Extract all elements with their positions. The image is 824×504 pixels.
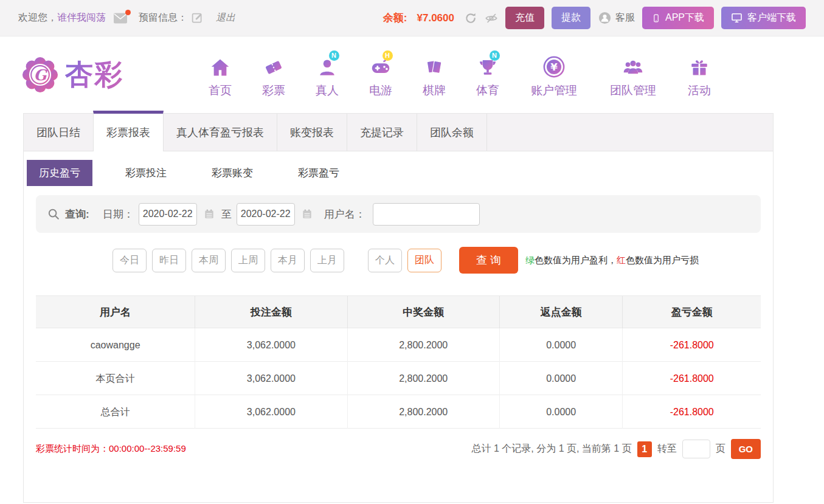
subtab-lottery-profit[interactable]: 彩票盈亏 [286, 160, 351, 186]
search-panel: 查询: 日期： 至 用户名： [36, 195, 761, 233]
page-1-button[interactable]: 1 [637, 441, 652, 457]
stats-time-note: 彩票统计时间为：00:00:00--23:59:59 [36, 443, 186, 455]
gift-icon [688, 57, 710, 78]
cell-win: 2,800.2000 [348, 328, 500, 362]
date-to-input[interactable] [237, 203, 295, 226]
go-button[interactable]: GO [731, 439, 761, 459]
nav-label: 账户管理 [514, 83, 594, 98]
table-footer: 彩票统计时间为：00:00:00--23:59:59 总计 1 个记录, 分为 … [36, 439, 761, 459]
topbar-actions: 余额: ¥7.0600 充值 提款 客服 APP下载 客户端下载 [383, 7, 806, 29]
goto-label: 转至 [657, 443, 677, 455]
cell-bet: 3,062.0000 [195, 328, 347, 362]
nav-item-home[interactable]: 首页 [193, 52, 247, 98]
cell-username: 本页合计 [36, 362, 195, 395]
nav-label: 电游 [354, 83, 407, 98]
nav-item-lottery[interactable]: 彩票 [247, 52, 300, 98]
coin-icon: ¥ [542, 55, 566, 78]
filter-today-button[interactable]: 今日 [113, 249, 147, 272]
withdraw-button[interactable]: 提款 [552, 7, 590, 29]
new-badge: N [490, 50, 500, 61]
tab-live-sports-report[interactable]: 真人体育盈亏报表 [164, 114, 277, 151]
filter-this-week-button[interactable]: 本周 [192, 249, 226, 272]
pagination: 总计 1 个记录, 分为 1 页, 当前第 1 页 1 转至 页 GO [472, 439, 761, 459]
logout-link[interactable]: 退出 [216, 12, 235, 24]
to-label: 至 [221, 207, 232, 221]
search-label: 查询: [65, 207, 89, 221]
cell-win: 2,800.2000 [348, 395, 500, 429]
cell-username: caowangge [36, 328, 195, 362]
brand-name: 杏彩 [65, 56, 123, 94]
main-nav: 首页 彩票 N 真人 H 电游 [193, 52, 726, 98]
phone-icon [652, 12, 660, 24]
content-panel: 团队日结 彩票报表 真人体育盈亏报表 账变报表 充提记录 团队余额 历史盈亏 彩… [23, 113, 774, 503]
quick-filter-row: 今日 昨日 本周 上周 本月 上月 个人 团队 查 询 绿色数值为用户盈利，红色… [113, 247, 773, 274]
pagination-summary: 总计 1 个记录, 分为 1 页, 当前第 1 页 [472, 443, 632, 455]
edit-icon[interactable] [191, 12, 204, 24]
tab-account-change-report[interactable]: 账变报表 [277, 114, 347, 151]
cell-bet: 3,062.0000 [195, 395, 347, 429]
cell-username: 总合计 [36, 395, 195, 429]
notification-dot [125, 10, 131, 15]
scope-team-button[interactable]: 团队 [407, 249, 441, 272]
home-icon [209, 57, 231, 78]
username-input[interactable] [373, 203, 480, 226]
flower-logo-icon: G [21, 56, 59, 94]
site-header: G 杏彩 首页 彩票 N 真人 [0, 36, 824, 113]
tab-lottery-report[interactable]: 彩票报表 [93, 111, 164, 151]
filter-last-month-button[interactable]: 上月 [310, 249, 344, 272]
calendar-icon[interactable] [301, 208, 313, 220]
calendar-icon[interactable] [203, 208, 215, 220]
nav-item-account[interactable]: ¥ 账户管理 [514, 52, 594, 98]
app-download-button[interactable]: APP下载 [642, 7, 714, 29]
page-unit-label: 页 [716, 443, 725, 455]
tab-deposit-withdraw-records[interactable]: 充提记录 [347, 114, 417, 151]
customer-service-icon [598, 11, 612, 25]
mail-icon[interactable] [113, 12, 128, 24]
date-from-input[interactable] [139, 203, 197, 226]
nav-item-egames[interactable]: H 电游 [354, 52, 407, 98]
table-row-grand-total: 总合计 3,062.0000 2,800.2000 0.0000 -261.80… [36, 395, 761, 429]
cell-rebate: 0.0000 [500, 362, 623, 395]
scope-personal-button[interactable]: 个人 [368, 249, 402, 272]
filter-this-month-button[interactable]: 本月 [271, 249, 305, 272]
new-badge: N [329, 50, 339, 61]
refresh-icon[interactable] [464, 12, 477, 25]
goto-page-input[interactable] [682, 440, 710, 458]
username-link[interactable]: 谁伴我闯荡 [57, 12, 106, 24]
subtab-lottery-bets[interactable]: 彩票投注 [113, 160, 179, 186]
subtab-history-profit[interactable]: 历史盈亏 [27, 160, 92, 186]
logo[interactable]: G 杏彩 [21, 56, 164, 94]
nav-item-promotions[interactable]: 活动 [673, 52, 726, 98]
nav-item-team[interactable]: 团队管理 [594, 52, 673, 98]
col-profit-amount: 盈亏金额 [623, 296, 760, 329]
col-username: 用户名 [36, 296, 195, 329]
nav-item-live[interactable]: N 真人 [300, 52, 354, 98]
subtab-lottery-account-change[interactable]: 彩票账变 [199, 160, 265, 186]
cell-profit: -261.8000 [623, 395, 760, 429]
tab-team-balance[interactable]: 团队余额 [417, 114, 487, 151]
customer-service-link[interactable]: 客服 [598, 11, 635, 25]
eye-slash-icon[interactable] [485, 12, 498, 25]
welcome-text: 欢迎您， [18, 12, 57, 24]
cell-rebate: 0.0000 [500, 395, 623, 429]
nav-item-boardgames[interactable]: 棋牌 [407, 52, 461, 98]
legend-red-char: 红 [617, 255, 626, 265]
recharge-button[interactable]: 充值 [505, 7, 544, 29]
client-download-button[interactable]: 客户端下载 [721, 7, 806, 29]
table-row-page-total: 本页合计 3,062.0000 2,800.2000 0.0000 -261.8… [36, 362, 761, 395]
reserved-info-label: 预留信息： [139, 12, 187, 24]
table-header: 用户名 投注金额 中奖金额 返点金额 盈亏金额 [36, 295, 761, 328]
nav-item-sports[interactable]: N 体育 [461, 52, 514, 98]
filter-yesterday-button[interactable]: 昨日 [152, 249, 186, 272]
balance-label: 余额: [383, 11, 407, 25]
legend-green-char: 绿 [525, 255, 535, 265]
col-bet-amount: 投注金额 [195, 296, 347, 329]
customer-service-label: 客服 [615, 12, 635, 24]
search-icon [47, 207, 60, 221]
filter-last-week-button[interactable]: 上周 [231, 249, 265, 272]
nav-label: 首页 [193, 83, 247, 98]
table-row: caowangge 3,062.0000 2,800.2000 0.0000 -… [36, 328, 761, 362]
tab-team-daily[interactable]: 团队日结 [24, 114, 94, 151]
query-button[interactable]: 查 询 [459, 247, 518, 274]
nav-label: 团队管理 [594, 83, 673, 98]
